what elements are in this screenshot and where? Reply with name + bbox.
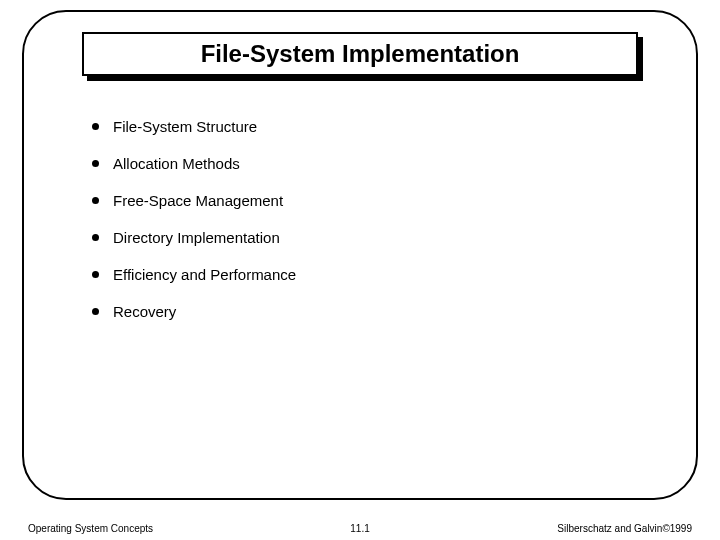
title-box: File-System Implementation <box>82 32 638 76</box>
list-item: Allocation Methods <box>92 155 296 172</box>
slide-title: File-System Implementation <box>201 40 520 68</box>
list-item: Directory Implementation <box>92 229 296 246</box>
bullet-icon <box>92 308 99 315</box>
footer: Operating System Concepts 11.1 Silbersch… <box>0 516 720 534</box>
bullet-icon <box>92 234 99 241</box>
title-container: File-System Implementation <box>82 32 638 76</box>
list-item: Free-Space Management <box>92 192 296 209</box>
bullet-text: Efficiency and Performance <box>113 266 296 283</box>
footer-right: Silberschatz and Galvin©1999 <box>557 523 692 534</box>
bullet-icon <box>92 123 99 130</box>
bullet-text: File-System Structure <box>113 118 257 135</box>
bullet-icon <box>92 197 99 204</box>
list-item: Efficiency and Performance <box>92 266 296 283</box>
bullet-text: Free-Space Management <box>113 192 283 209</box>
bullet-text: Recovery <box>113 303 176 320</box>
bullet-list: File-System Structure Allocation Methods… <box>92 118 296 340</box>
list-item: Recovery <box>92 303 296 320</box>
bullet-text: Allocation Methods <box>113 155 240 172</box>
list-item: File-System Structure <box>92 118 296 135</box>
bullet-icon <box>92 160 99 167</box>
bullet-icon <box>92 271 99 278</box>
bullet-text: Directory Implementation <box>113 229 280 246</box>
